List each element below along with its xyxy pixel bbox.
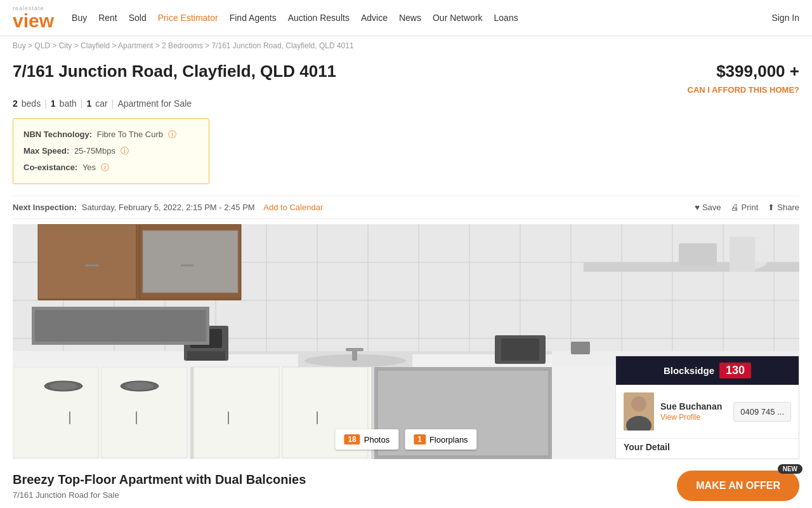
nbn-tech-icon: ⓘ: [168, 130, 176, 139]
nav-rent[interactable]: Rent: [98, 13, 117, 23]
svg-point-64: [631, 396, 646, 411]
agent-card: Blocksidge 130 Sue Buchanan View P: [615, 356, 799, 459]
image-wrapper: 18 Photos 1 Floorplans Blocksidge 130: [13, 224, 799, 459]
photos-button[interactable]: 18 Photos: [335, 429, 398, 450]
save-button[interactable]: ♥ Save: [695, 203, 721, 212]
nbn-coex: Co-existance: Yes ⓘ: [23, 159, 199, 176]
property-address: 7/161 Junction Road, Clayfield, QLD 4011: [13, 62, 336, 81]
main-content: 7/161 Junction Road, Clayfield, QLD 4011…: [0, 55, 812, 508]
nav-buy[interactable]: Buy: [72, 13, 87, 23]
save-label: Save: [702, 203, 721, 212]
agent-phone-button[interactable]: 0409 745 ...: [733, 402, 791, 422]
floorplans-count-badge: 1: [414, 434, 426, 444]
nbn-tech-label: NBN Technology:: [23, 130, 92, 139]
property-type: Apartment for Sale: [117, 98, 192, 109]
svg-rect-21: [38, 224, 136, 299]
inspection-row: Next Inspection: Saturday, February 5, 2…: [13, 196, 799, 219]
beds-label: beds: [22, 98, 41, 109]
listing-text: Breezy Top-Floor Apartment with Dual Bal…: [13, 472, 306, 500]
car-count: 1: [86, 98, 91, 109]
sign-in-link[interactable]: Sign In: [771, 13, 799, 23]
header: realestate view Buy Rent Sold Price Esti…: [0, 0, 812, 36]
sep2: |: [81, 98, 83, 109]
svg-rect-43: [346, 348, 363, 351]
heart-icon: ♥: [695, 203, 700, 212]
nbn-speed-value: 25-75Mbps: [74, 146, 115, 156]
nbn-tech: NBN Technology: Fibre To The Curb ⓘ: [23, 126, 199, 143]
agency-name: Blocksidge: [664, 365, 714, 376]
nav-price-estimator[interactable]: Price Estimator: [158, 13, 218, 23]
agent-profile-link[interactable]: View Profile: [660, 413, 700, 422]
share-button[interactable]: ⬆ Share: [768, 203, 799, 212]
car-label: car: [95, 98, 107, 109]
bath-label: bath: [60, 98, 77, 109]
nav-loans[interactable]: Loans: [494, 13, 518, 23]
nav-our-network[interactable]: Our Network: [433, 13, 483, 23]
new-badge: NEW: [778, 464, 802, 474]
bottom-listing-row: Breezy Top-Floor Apartment with Dual Bal…: [13, 459, 799, 508]
svg-rect-59: [730, 237, 755, 272]
agency-number: 130: [719, 363, 751, 378]
nav-news[interactable]: News: [399, 13, 421, 23]
inspection-label: Next Inspection:: [13, 203, 77, 212]
nbn-tech-value: Fibre To The Curb: [97, 130, 163, 139]
svg-rect-44: [13, 351, 190, 367]
nbn-speed-label: Max Speed:: [23, 146, 69, 156]
svg-rect-53: [35, 310, 206, 342]
inspection-info: Next Inspection: Saturday, February 5, 2…: [13, 203, 323, 212]
make-offer-container: NEW MAKE AN OFFER: [677, 471, 799, 501]
print-icon: 🖨: [731, 203, 739, 212]
nbn-coex-icon: ⓘ: [101, 163, 109, 172]
print-button[interactable]: 🖨 Print: [731, 203, 759, 212]
photos-count-badge: 18: [344, 434, 360, 444]
agent-info-row: Sue Buchanan View Profile 0409 745 ...: [616, 385, 799, 438]
print-label: Print: [742, 203, 759, 212]
nav-find-agents[interactable]: Find Agents: [230, 13, 277, 23]
inspection-date: Saturday, February 5, 2022, 2:15 PM - 2:…: [82, 203, 255, 212]
listing-subtitle: 7/161 Junction Road for Sale: [13, 490, 306, 500]
nbn-coex-label: Co-existance:: [23, 163, 77, 172]
add-calendar-link[interactable]: Add to Calendar: [263, 203, 323, 212]
make-offer-button[interactable]: NEW MAKE AN OFFER: [677, 471, 799, 501]
your-detail-section: Your Detail: [616, 438, 799, 458]
breadcrumb-text: Buy > QLD > City > Clayfield > Apartment…: [13, 41, 354, 50]
sep1: |: [44, 98, 47, 109]
floorplans-label: Floorplans: [429, 435, 468, 444]
action-buttons: ♥ Save 🖨 Print ⬆ Share: [695, 203, 799, 212]
nbn-coex-value: Yes: [82, 163, 96, 172]
nav-auction-results[interactable]: Auction Results: [288, 13, 350, 23]
sep3: |: [112, 98, 114, 109]
agency-logo-bar: Blocksidge 130: [616, 356, 799, 385]
nbn-speed-icon: ⓘ: [121, 146, 129, 156]
floorplans-button[interactable]: 1 Floorplans: [405, 429, 476, 450]
svg-rect-62: [571, 342, 590, 354]
make-offer-label: MAKE AN OFFER: [696, 480, 780, 491]
breadcrumb: Buy > QLD > City > Clayfield > Apartment…: [0, 36, 812, 55]
svg-rect-51: [187, 351, 225, 361]
title-price-row: 7/161 Junction Road, Clayfield, QLD 4011…: [13, 55, 799, 98]
svg-point-46: [49, 382, 77, 390]
beds-count: 2: [13, 98, 18, 109]
bath-count: 1: [51, 98, 56, 109]
nbn-box: NBN Technology: Fibre To The Curb ⓘ Max …: [13, 118, 209, 184]
share-icon: ⬆: [768, 203, 775, 212]
photos-label: Photos: [364, 435, 390, 444]
nav-sold[interactable]: Sold: [129, 13, 147, 23]
your-detail-label: Your Detail: [624, 442, 670, 452]
afford-link[interactable]: CAN I AFFORD THIS HOME?: [688, 85, 799, 95]
svg-rect-61: [501, 338, 539, 361]
logo-main-text: view: [13, 11, 54, 30]
svg-rect-23: [143, 231, 238, 293]
property-details-row: 2 beds | 1 bath | 1 car | Apartment for …: [13, 98, 799, 109]
svg-rect-57: [679, 243, 717, 265]
site-logo[interactable]: realestate view: [13, 5, 54, 30]
main-nav: Buy Rent Sold Price Estimator Find Agent…: [72, 13, 771, 23]
agent-name: Sue Buchanan: [660, 401, 727, 411]
property-price: $399,000 +: [716, 62, 799, 81]
image-overlay-buttons: 18 Photos 1 Floorplans: [335, 429, 476, 450]
listing-title: Breezy Top-Floor Apartment with Dual Bal…: [13, 472, 306, 487]
nav-advice[interactable]: Advice: [361, 13, 388, 23]
agent-details: Sue Buchanan View Profile: [660, 401, 727, 422]
price-afford-col: $399,000 + CAN I AFFORD THIS HOME?: [688, 62, 799, 95]
share-label: Share: [777, 203, 799, 212]
